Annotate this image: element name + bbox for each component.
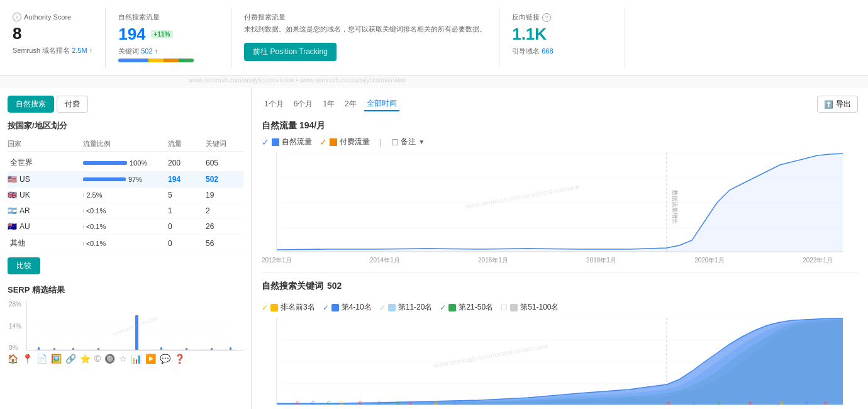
traffic-badge: +11% xyxy=(151,30,174,38)
info-icon[interactable]: i xyxy=(13,13,21,21)
backlinks-help-icon[interactable]: ? xyxy=(542,13,551,22)
svg-rect-6 xyxy=(97,348,99,350)
time-btn-6m[interactable]: 6个月 xyxy=(291,97,316,111)
country-name: 🇦🇺 AU xyxy=(8,222,83,231)
time-btn-1m[interactable]: 1个月 xyxy=(262,97,286,111)
legend-organic[interactable]: ✓ 自然流量 xyxy=(262,137,312,147)
authority-score-label: i Authority Score xyxy=(13,13,92,21)
country-table-row[interactable]: 🇦🇷 AR <0.1% 1 2 xyxy=(8,203,243,219)
kw-check-51-100: ☐ xyxy=(501,303,508,312)
notes-legend-box xyxy=(392,139,398,145)
serp-chart: www.semrush.com xyxy=(26,301,243,351)
kw-box-top3 xyxy=(270,304,278,311)
kw-legend-51-100[interactable]: ☐ 第51-100名 xyxy=(501,302,559,313)
tab-paid[interactable]: 付费 xyxy=(57,96,88,113)
serp-icon-circle[interactable]: 🔘 xyxy=(104,354,115,364)
serp-icon-image[interactable]: 🖼️ xyxy=(51,354,62,364)
organic-traffic-value: 194 xyxy=(118,25,145,44)
serp-icon-chart[interactable]: 📊 xyxy=(131,354,142,364)
keyword-value: 19 xyxy=(206,191,243,199)
country-name: 🇦🇷 AR xyxy=(8,206,83,215)
svg-text:G: G xyxy=(359,401,362,405)
kw-legend-11-20[interactable]: ✓ 第11-20名 xyxy=(379,302,433,313)
traffic-value: 200 xyxy=(168,159,206,167)
serp-icon-star[interactable]: ⭐ xyxy=(80,354,91,364)
keyword-title-row: 自然搜索关键词 502 xyxy=(262,281,858,297)
position-tracking-btn[interactable]: 前往 Position Tracking xyxy=(244,43,337,61)
organic-traffic-label: 自然搜索流量 xyxy=(118,13,218,22)
tab-organic[interactable]: 自然搜索 xyxy=(8,96,54,113)
svg-text:G: G xyxy=(396,401,399,405)
svg-rect-7 xyxy=(135,315,138,350)
traffic-legend: ✓ 自然流量 ✓ 付费流量 | 备注 ▼ xyxy=(262,137,858,147)
bar-cell: <0.1% xyxy=(83,223,168,230)
time-btn-all[interactable]: 全部时间 xyxy=(364,97,399,111)
time-btn-1y[interactable]: 1年 xyxy=(320,97,337,111)
country-table-row[interactable]: 🇺🇸 US 97% 194 502 xyxy=(8,172,243,188)
legend-paid[interactable]: ✓ 付费流量 xyxy=(320,137,370,147)
serp-icon-home[interactable]: 🏠 xyxy=(8,354,18,364)
country-table-row[interactable]: 🇦🇺 AU <0.1% 0 26 xyxy=(8,219,243,235)
traffic-chart-svg: 数据流量增长 www.semrush.com/analytics/overvie… xyxy=(262,152,858,253)
traffic-bar xyxy=(83,161,127,165)
serp-icon-copyright[interactable]: ©️ xyxy=(94,354,101,364)
serp-icon-doc[interactable]: 📄 xyxy=(36,354,47,364)
empty-area xyxy=(625,8,868,67)
svg-rect-8 xyxy=(160,347,162,350)
country-name: 全世界 xyxy=(8,157,83,168)
kw-legend-4-10[interactable]: ✓ 第4-10名 xyxy=(323,302,372,313)
country-name: 🇺🇸 US xyxy=(8,175,83,184)
notes-chevron[interactable]: ▼ xyxy=(418,138,425,145)
svg-text:G: G xyxy=(296,401,299,405)
kw-legend-21-50[interactable]: ✓ 第21-50名 xyxy=(440,302,493,313)
organic-traffic-block: 自然搜索流量 194 +11% 关键词 502 ↑ xyxy=(106,8,231,67)
svg-text:G: G xyxy=(409,401,412,405)
keyword-value: 56 xyxy=(206,239,243,248)
svg-text:G: G xyxy=(824,401,827,405)
bar-cell: <0.1% xyxy=(83,207,168,215)
serp-icon-staroutline[interactable]: ☆ xyxy=(119,354,127,364)
kw-check-top3: ✓ xyxy=(262,303,268,312)
keyword-section-title: 自然搜索关键词 xyxy=(262,281,323,292)
kw-check-21-50: ✓ xyxy=(440,303,446,312)
svg-marker-32 xyxy=(277,318,843,405)
bar-cell: 2.5% xyxy=(83,191,168,199)
export-button[interactable]: ⬆️ 导出 xyxy=(817,96,858,113)
traffic-bar xyxy=(83,193,84,197)
country-table-row[interactable]: 🇬🇧 UK 2.5% 5 19 xyxy=(8,188,243,203)
keyword-legend: ✓ 排名前3名 ✓ 第4-10名 ✓ 第11-20名 ✓ 第21-50名 ☐ xyxy=(262,302,858,313)
traffic-bar xyxy=(83,177,126,181)
col-keywords: 关键词 xyxy=(206,139,243,148)
serp-icon-play[interactable]: ▶️ xyxy=(145,354,156,364)
serp-icon-comment[interactable]: 💬 xyxy=(160,354,170,364)
traffic-value: 5 xyxy=(168,191,206,199)
traffic-value: 1 xyxy=(168,206,206,215)
svg-rect-3 xyxy=(38,347,40,350)
country-section-title: 按国家/地区划分 xyxy=(8,120,243,132)
country-table-row[interactable]: 全世界 100% 200 605 xyxy=(8,154,243,172)
left-panel: 自然搜索 付费 按国家/地区划分 国家 流量比例 流量 关键词 全世界 100%… xyxy=(0,88,252,409)
kw-legend-top3[interactable]: ✓ 排名前3名 xyxy=(262,302,315,313)
compare-button[interactable]: 比较 xyxy=(8,257,40,274)
traffic-bar xyxy=(83,225,84,228)
bar-cell: 97% xyxy=(83,176,168,183)
serp-icon-question[interactable]: ❓ xyxy=(174,354,185,364)
serp-icon-location[interactable]: 📍 xyxy=(22,354,33,364)
serp-chart-container: 28% 14% 0% www.semrush.com xyxy=(26,301,243,351)
authority-score-block: i Authority Score 8 Semrush 域名排名 2.5M ↑ xyxy=(0,8,106,67)
keyword-chart-wrapper: G G G G G G G G G G G G G G G G G www.se… xyxy=(262,318,858,408)
svg-text:G: G xyxy=(340,401,343,405)
backlinks-block: 反向链接 ? 1.1K 引导域名 668 xyxy=(499,8,625,67)
col-traffic: 流量 xyxy=(168,139,206,148)
col-country: 国家 xyxy=(8,139,83,148)
serp-icon-link[interactable]: 🔗 xyxy=(65,354,76,364)
svg-text:G: G xyxy=(780,401,783,405)
country-table-row[interactable]: 其他 <0.1% 0 56 xyxy=(8,235,243,252)
legend-notes[interactable]: 备注 ▼ xyxy=(392,137,425,147)
paid-traffic-label: 付费搜索流量 xyxy=(244,13,486,22)
svg-text:G: G xyxy=(717,401,720,405)
section-divider xyxy=(262,272,858,273)
svg-rect-5 xyxy=(72,348,74,350)
time-btn-2y[interactable]: 2年 xyxy=(342,97,359,111)
authority-score-value: 8 xyxy=(13,24,92,43)
